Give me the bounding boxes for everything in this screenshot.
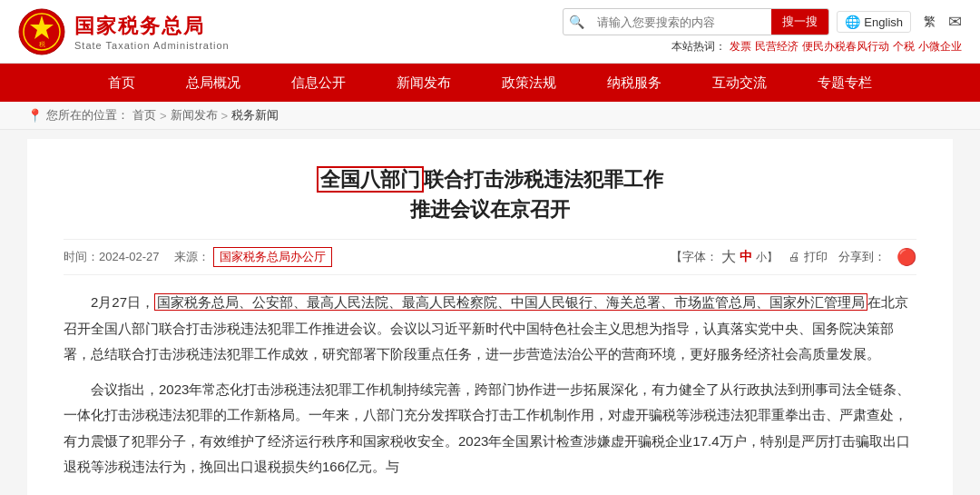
breadcrumb-home[interactable]: 首页 — [132, 107, 156, 124]
traditional-chinese-button[interactable]: 繁 — [918, 11, 941, 33]
hotword-4[interactable]: 个税 — [893, 39, 915, 54]
share-weibo-icon[interactable]: 🔴 — [897, 247, 916, 267]
title-highlight: 全国八部门 — [317, 166, 424, 193]
hotword-3[interactable]: 便民办税春风行动 — [802, 39, 889, 54]
site-header: 税 国家税务总局 State Taxation Administration 🔍… — [0, 0, 980, 64]
logo-area: 税 国家税务总局 State Taxation Administration — [18, 8, 230, 55]
search-button[interactable]: 搜一搜 — [771, 8, 828, 35]
globe-icon: 🌐 — [845, 15, 860, 29]
nav-interaction[interactable]: 互动交流 — [687, 64, 792, 102]
meta-source-value: 国家税务总局办公厅 — [213, 247, 332, 267]
nav-home[interactable]: 首页 — [83, 64, 161, 102]
para1-highlight: 国家税务总局、公安部、最高人民法院、最高人民检察院、中国人民银行、海关总署、市场… — [154, 293, 867, 311]
breadcrumb-you-are: 您所在的位置： — [46, 107, 129, 124]
article-meta: 时间：2024-02-27 来源： 国家税务总局办公厅 【字体： 大 中 小】 … — [64, 239, 916, 275]
article-title-line2: 推进会议在京召开 — [410, 198, 570, 221]
share-label: 分享到： — [838, 249, 886, 265]
svg-text:税: 税 — [39, 41, 45, 48]
hotwords-label: 本站热词： — [671, 39, 726, 54]
nav-special[interactable]: 专题专栏 — [792, 64, 897, 102]
header-right-area: 🔍 搜一搜 🌐 English 繁 ✉ 本站热词： 发票 民营经济 便民办税春风… — [563, 8, 962, 54]
breadcrumb-sep-2: > — [221, 109, 229, 123]
hotword-5[interactable]: 小微企业 — [918, 39, 962, 54]
font-large-btn[interactable]: 大 — [721, 248, 736, 267]
search-icon: 🔍 — [564, 15, 590, 29]
meta-date: 2024-02-27 — [99, 250, 160, 263]
logo-en-text: State Taxation Administration — [74, 40, 230, 51]
nav-tax-service[interactable]: 纳税服务 — [582, 64, 687, 102]
article-body: 2月27日，国家税务总局、公安部、最高人民法院、最高人民检察院、中国人民银行、海… — [64, 290, 916, 480]
article-paragraph-2: 会议指出，2023年常态化打击涉税违法犯罪工作机制持续完善，跨部门协作进一步拓展… — [64, 377, 916, 480]
hotwords-bar: 本站热词： 发票 民营经济 便民办税春风行动 个税 小微企业 — [671, 39, 962, 54]
hotword-2[interactable]: 民营经济 — [755, 39, 799, 54]
logo-emblem-icon: 税 — [18, 8, 65, 55]
mail-icon[interactable]: ✉ — [948, 12, 962, 32]
meta-date-label: 时间：2024-02-27 — [64, 249, 160, 265]
nav-news[interactable]: 新闻发布 — [371, 64, 476, 102]
meta-left: 时间：2024-02-27 来源： 国家税务总局办公厅 — [64, 247, 332, 267]
print-button[interactable]: 🖨 打印 — [789, 249, 828, 265]
meta-source-label: 来源： 国家税务总局办公厅 — [174, 247, 332, 267]
breadcrumb-sep-1: > — [160, 109, 167, 123]
search-input[interactable] — [590, 15, 771, 29]
breadcrumb: 📍 您所在的位置： 首页 > 新闻发布 > 税务新闻 — [0, 102, 980, 130]
logo-text: 国家税务总局 State Taxation Administration — [74, 13, 230, 51]
font-size-control: 【字体： 大 中 小】 — [671, 248, 778, 267]
hotword-1[interactable]: 发票 — [730, 39, 751, 54]
article-paragraph-1: 2月27日，国家税务总局、公安部、最高人民法院、最高人民检察院、中国人民银行、海… — [64, 290, 916, 368]
header-tools: 🔍 搜一搜 🌐 English 繁 ✉ — [563, 8, 962, 35]
location-icon: 📍 — [27, 108, 43, 123]
language-button[interactable]: 🌐 English — [837, 11, 911, 33]
meta-right: 【字体： 大 中 小】 🖨 打印 分享到： 🔴 — [671, 247, 916, 267]
nav-overview[interactable]: 总局概况 — [161, 64, 266, 102]
font-medium-btn[interactable]: 中 — [740, 249, 752, 265]
language-label: English — [864, 15, 903, 29]
article-title-line1: 全国八部门联合打击涉税违法犯罪工作 — [317, 166, 663, 193]
main-nav: 首页 总局概况 信息公开 新闻发布 政策法规 纳税服务 互动交流 专题专栏 — [0, 64, 980, 102]
breadcrumb-current: 税务新闻 — [231, 107, 279, 124]
article-title: 全国八部门联合打击涉税违法犯罪工作 推进会议在京召开 — [64, 164, 916, 224]
nav-policy[interactable]: 政策法规 — [476, 64, 582, 102]
breadcrumb-level1[interactable]: 新闻发布 — [171, 107, 218, 124]
font-small-btn[interactable]: 小】 — [756, 250, 778, 265]
article-content-area: 全国八部门联合打击涉税违法犯罪工作 推进会议在京召开 时间：2024-02-27… — [27, 139, 953, 495]
logo-cn-text: 国家税务总局 — [74, 13, 230, 40]
nav-info[interactable]: 信息公开 — [266, 64, 371, 102]
search-box: 🔍 搜一搜 — [563, 8, 829, 35]
